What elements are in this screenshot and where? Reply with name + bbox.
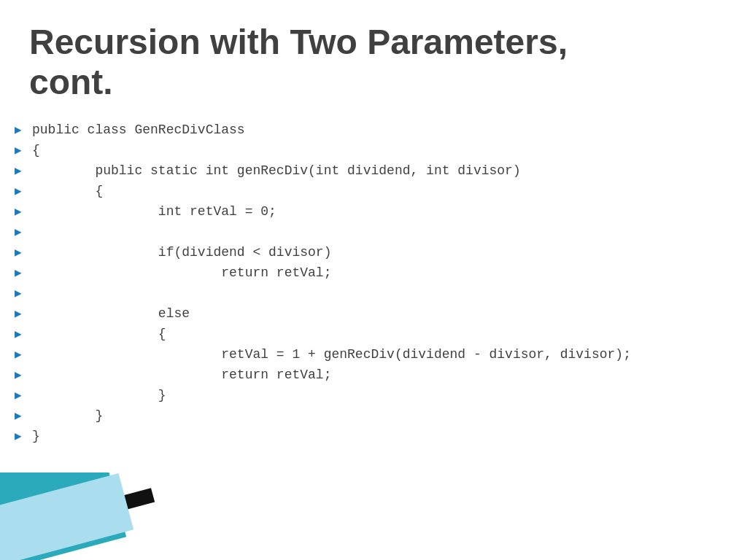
code-text: return retVal; <box>32 365 331 386</box>
code-text: public static int genRecDiv(int dividend… <box>32 161 521 182</box>
bullet-icon: ▶ <box>15 387 26 405</box>
code-line: ▶ if(dividend < divisor) <box>15 243 732 263</box>
code-line: ▶ retVal = 1 + genRecDiv(dividend - divi… <box>15 345 732 365</box>
code-text: int retVal = 0; <box>32 202 276 222</box>
bullet-icon: ▶ <box>15 265 26 283</box>
bullet-icon: ▶ <box>15 244 26 262</box>
code-line: ▶ } <box>15 386 732 406</box>
code-line: ▶ return retVal; <box>15 365 732 386</box>
bullet-icon: ▶ <box>15 346 26 365</box>
title-line2: cont. <box>29 62 718 102</box>
code-line: ▶ <box>15 222 732 243</box>
code-text: } <box>32 386 166 406</box>
code-text: public class GenRecDivClass <box>32 120 245 141</box>
bullet-icon: ▶ <box>15 326 26 344</box>
code-line: ▶ } <box>15 406 732 427</box>
title-line1: Recursion with Two Parameters, <box>29 22 718 62</box>
bullet-icon: ▶ <box>15 122 26 140</box>
code-line: ▶public class GenRecDivClass <box>15 120 732 141</box>
code-text: } <box>32 406 103 427</box>
code-text: return retVal; <box>32 263 331 284</box>
bullet-icon: ▶ <box>15 408 26 426</box>
code-line: ▶ return retVal; <box>15 263 732 284</box>
bullet-icon: ▶ <box>15 285 26 303</box>
code-text: { <box>32 182 103 202</box>
bullet-icon: ▶ <box>15 367 26 385</box>
code-line: ▶ public static int genRecDiv(int divide… <box>15 161 732 182</box>
bullet-icon: ▶ <box>15 306 26 324</box>
code-line: ▶ else <box>15 304 732 324</box>
code-line: ▶ <box>15 284 732 304</box>
code-text: { <box>32 141 40 161</box>
bullet-icon: ▶ <box>15 163 26 181</box>
code-line: ▶ int retVal = 0; <box>15 202 732 222</box>
code-text: else <box>32 304 190 324</box>
slide: Recursion with Two Parameters, cont. ▶pu… <box>0 0 747 560</box>
code-line: ▶ { <box>15 182 732 202</box>
code-text: } <box>32 427 40 447</box>
code-block: ▶public class GenRecDivClass▶{▶ public s… <box>0 117 747 447</box>
code-text: retVal = 1 + genRecDiv(dividend - diviso… <box>32 345 631 365</box>
bullet-icon: ▶ <box>15 142 26 160</box>
code-line: ▶{ <box>15 141 732 161</box>
slide-title: Recursion with Two Parameters, cont. <box>0 0 747 117</box>
bullet-icon: ▶ <box>15 203 26 222</box>
code-line: ▶ { <box>15 324 732 345</box>
code-text: if(dividend < divisor) <box>32 243 331 263</box>
code-line: ▶} <box>15 427 732 447</box>
bullet-icon: ▶ <box>15 224 26 242</box>
bullet-icon: ▶ <box>15 183 26 201</box>
bullet-icon: ▶ <box>15 428 26 446</box>
code-text: { <box>32 324 166 345</box>
bottom-decoration <box>0 472 160 560</box>
